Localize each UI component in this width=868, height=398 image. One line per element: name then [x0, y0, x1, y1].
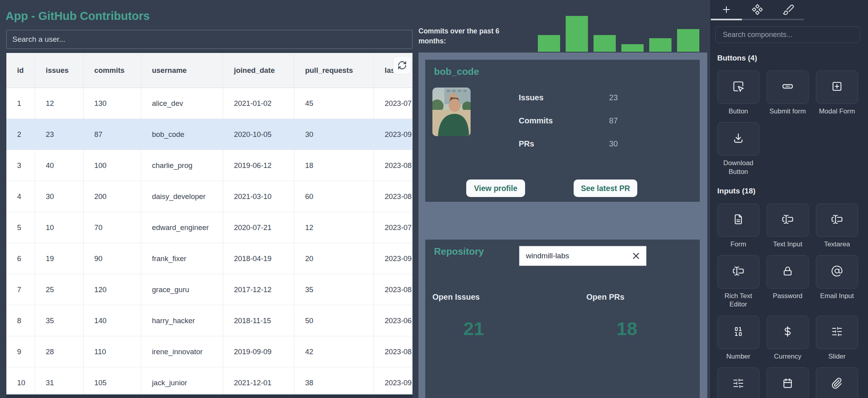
- component-item: Password: [767, 255, 809, 309]
- component-tile-textarea[interactable]: [816, 203, 858, 237]
- component-tile-email-input[interactable]: [816, 255, 858, 289]
- component-item: Text Input: [767, 203, 809, 248]
- open-prs-value: 18: [601, 318, 653, 339]
- component-tile-button[interactable]: [717, 70, 759, 104]
- component-tile-calendar-icon[interactable]: [767, 367, 809, 398]
- component-tile-currency[interactable]: [767, 316, 809, 349]
- component-label: Slider: [828, 352, 845, 361]
- component-tile-sliders-icon[interactable]: [717, 367, 759, 398]
- table-body: 112130alice_dev2021-01-02452023-0722387b…: [6, 88, 413, 398]
- component-item: Rich Text Editor: [717, 255, 759, 309]
- table-cell: 30: [294, 119, 374, 150]
- column-header: issues: [35, 53, 84, 88]
- component-tile-download-button[interactable]: [717, 122, 759, 156]
- brush-icon: [782, 4, 794, 17]
- section-title: Inputs (18): [717, 187, 868, 195]
- lock-icon: [782, 265, 794, 279]
- table-cell: 2: [6, 119, 35, 150]
- see-latest-pr-button[interactable]: See latest PR: [574, 179, 637, 197]
- table-row[interactable]: 61990frank_fixer2018-04-19202023-09: [6, 243, 413, 274]
- table-cell: 100: [84, 150, 141, 181]
- table-cell: 2023-06: [374, 305, 413, 336]
- component-tile-text-input[interactable]: [767, 203, 809, 237]
- table-cell: 38: [294, 367, 374, 398]
- sidebar-tab-plus[interactable]: [711, 0, 742, 20]
- table-cell: 2019-09-09: [223, 336, 294, 367]
- table-cell: 130: [84, 88, 141, 119]
- table-cell: 2023-08: [374, 181, 413, 212]
- user-search-input[interactable]: [6, 30, 413, 49]
- table-cell: 19: [35, 243, 84, 274]
- table-cell: jack_junior: [141, 367, 223, 398]
- component-search-input[interactable]: [715, 26, 860, 43]
- clear-repository-button[interactable]: [626, 252, 646, 260]
- component-tile-rich-text-editor[interactable]: [717, 255, 759, 289]
- component-label: Submit form: [769, 107, 806, 115]
- column-header: username: [141, 53, 223, 88]
- table-cell: harry_hacker: [141, 305, 223, 336]
- table-cell: 35: [35, 305, 84, 336]
- component-item: [717, 367, 759, 398]
- bar: [649, 38, 671, 52]
- table-cell: 2020-10-05: [223, 119, 294, 150]
- table-row[interactable]: 725120grace_guru2017-12-12352023-08: [6, 274, 413, 305]
- sidebar-tab-brush[interactable]: [773, 0, 804, 20]
- form-icon: [732, 213, 744, 227]
- component-item: Textarea: [816, 203, 858, 248]
- component-tile-modal-form[interactable]: [816, 70, 858, 104]
- submit-form-icon: [782, 80, 794, 94]
- table-cell: 18: [294, 150, 374, 181]
- column-header: pull_requests: [294, 53, 374, 88]
- table-cell: 23: [35, 119, 84, 150]
- table-cell: daisy_developer: [141, 181, 223, 212]
- component-label: Modal Form: [819, 107, 855, 115]
- table-cell: 105: [84, 367, 141, 398]
- stat-row: Commits87: [519, 109, 654, 132]
- bar: [677, 29, 699, 52]
- component-sidebar: Buttons (4)ButtonSubmit formModal FormDo…: [710, 0, 868, 398]
- component-tile-submit-form[interactable]: [767, 70, 809, 104]
- refresh-icon: [397, 60, 407, 70]
- table-cell: 60: [294, 181, 374, 212]
- component-tile-slider[interactable]: [816, 316, 858, 349]
- repository-input[interactable]: [520, 251, 626, 261]
- view-profile-button[interactable]: View profile: [466, 179, 525, 197]
- contributors-table: idissuescommitsusernamejoined_datepull_r…: [6, 53, 413, 398]
- component-item: Button: [717, 70, 759, 115]
- component-grid: ButtonSubmit formModal FormDownload Butt…: [711, 70, 868, 176]
- table-row[interactable]: 22387bob_code2020-10-05302023-09: [6, 119, 413, 150]
- table-cell: 2019-06-12: [223, 150, 294, 181]
- component-label: Rich Text Editor: [717, 292, 759, 309]
- sliders-icon: [831, 326, 843, 339]
- table-cell: 140: [84, 305, 141, 336]
- table-cell: 30: [35, 181, 84, 212]
- component-tile-number[interactable]: [717, 316, 759, 349]
- stat-value: 30: [609, 139, 618, 148]
- components-icon: [751, 4, 763, 17]
- table-row[interactable]: 430200daisy_developer2021-03-10602023-08: [6, 181, 413, 212]
- table-cell: 2020-07-21: [223, 212, 294, 243]
- table-cell: 200: [84, 181, 141, 212]
- sidebar-tab-components[interactable]: [742, 0, 773, 20]
- table-cell: frank_fixer: [141, 243, 223, 274]
- tab-underline: [742, 19, 804, 20]
- table-cell: 9: [6, 336, 35, 367]
- table-cell: 10: [35, 212, 84, 243]
- table-row[interactable]: 340100charlie_prog2019-06-12182023-08: [6, 150, 413, 181]
- section-title: Buttons (4): [717, 54, 868, 62]
- table-cell: 31: [35, 367, 84, 398]
- table-row[interactable]: 112130alice_dev2021-01-02452023-07: [6, 88, 413, 119]
- table-row[interactable]: 51070edward_engineer2020-07-21122023-07: [6, 212, 413, 243]
- component-tile-password[interactable]: [767, 255, 809, 289]
- column-header: commits: [84, 53, 141, 88]
- refresh-button[interactable]: [393, 56, 411, 74]
- table-row[interactable]: 1031105jack_junior2021-12-01382023-09: [6, 367, 413, 398]
- open-prs-label: Open PRs: [586, 293, 625, 302]
- at-icon: [831, 265, 843, 279]
- component-tile-paperclip-icon[interactable]: [816, 367, 858, 398]
- table-cell: 6: [6, 243, 35, 274]
- table-row[interactable]: 928110irene_innovator2019-09-09422023-08: [6, 336, 413, 367]
- component-tile-form[interactable]: [717, 203, 759, 237]
- component-label: Textarea: [824, 240, 850, 248]
- table-row[interactable]: 835140harry_hacker2018-11-15502023-06: [6, 305, 413, 336]
